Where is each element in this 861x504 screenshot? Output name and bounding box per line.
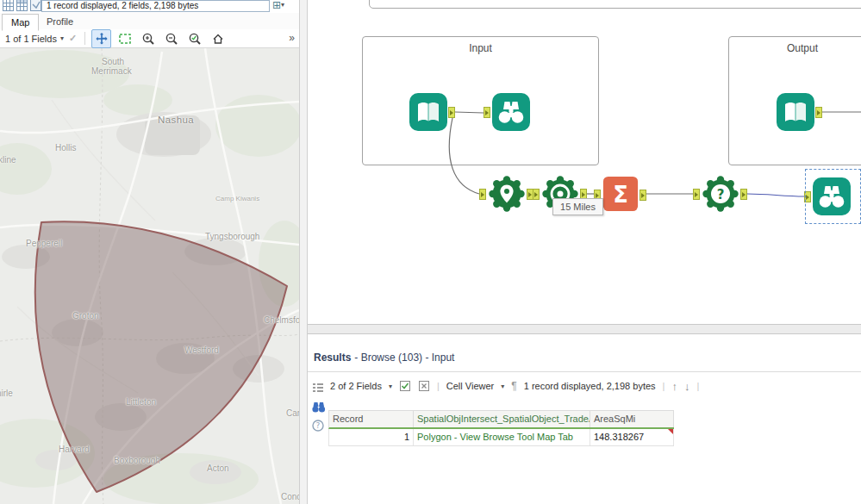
browse-anchor-icon[interactable] [311, 400, 326, 414]
zoom-selection-icon [188, 32, 202, 46]
offscreen-container-edge [369, 0, 861, 9]
help-circle-icon[interactable]: ? [311, 419, 325, 432]
toolbar-separator: | [696, 381, 699, 391]
table-save-icon[interactable] [30, 0, 42, 9]
browse-binoculars-icon [491, 92, 531, 132]
apply-check-icon[interactable]: ✓ [69, 33, 77, 44]
chevron-down-icon[interactable]: ▾ [60, 34, 64, 42]
results-fields-dropdown[interactable]: 2 of 2 Fields [330, 381, 382, 391]
svg-text:Σ: Σ [613, 182, 628, 208]
add-view-button[interactable]: ⊞▾ [272, 0, 284, 11]
horizontal-splitter[interactable] [308, 324, 861, 334]
table-grid-icon[interactable] [3, 0, 15, 9]
zoom-in-button[interactable] [138, 29, 158, 48]
tab-map[interactable]: Map [2, 14, 39, 31]
select-fields-button[interactable] [399, 380, 411, 392]
results-title-context: - Browse (103) - Input [354, 352, 454, 364]
tab-profile[interactable]: Profile [38, 14, 82, 29]
zoom-selection-button[interactable] [184, 29, 204, 48]
cell-viewer-dropdown[interactable]: Cell Viewer [446, 381, 494, 391]
tool-input-data[interactable] [409, 92, 448, 132]
container-label: Input [363, 42, 598, 54]
container-label: Output [729, 42, 861, 54]
results-panel: Results- Browse (103) - Input ? 2 of 2 F… [308, 334, 861, 504]
zoom-out-button[interactable] [161, 29, 181, 48]
browse-tab-bar: Map Profile [0, 13, 299, 30]
cell-area-value: 148.318267 [594, 432, 644, 442]
chevron-down-icon[interactable]: ▾ [501, 383, 504, 390]
table-copy-icon[interactable] [16, 0, 28, 9]
fields-dropdown[interactable]: 1 of 1 Fields [5, 34, 57, 44]
map-canvas [0, 48, 299, 504]
results-divider [308, 371, 861, 372]
summarize-sigma-icon: Σ [602, 175, 640, 213]
svg-text:?: ? [316, 421, 321, 430]
deselect-fields-button[interactable] [418, 380, 430, 392]
toolbar-separator: | [663, 381, 665, 391]
tool-output-data[interactable] [776, 92, 815, 132]
results-table: Record SpatialObjIntersect_SpatialObject… [328, 410, 674, 446]
dashed-rect-icon [118, 32, 132, 46]
pan-tool-button[interactable] [91, 29, 111, 48]
spatial-pin-icon [487, 174, 527, 214]
toolbar-overflow-button[interactable]: » [289, 32, 295, 44]
select-marquee-button[interactable] [115, 29, 134, 48]
alteryx-designer-window: 1 record displayed, 2 fields, 2,198 byte… [0, 0, 861, 504]
whitespace-toggle-icon[interactable]: ¶ [511, 380, 516, 392]
cell-record[interactable]: 1 [329, 429, 414, 445]
browse-mini-toolbar: 1 record displayed, 2 fields, 2,198 byte… [0, 0, 299, 13]
zoom-home-button[interactable] [208, 29, 228, 48]
output-anchor[interactable] [740, 189, 747, 200]
truncation-marker [668, 429, 673, 434]
cell-area[interactable]: 148.318267 [590, 429, 674, 445]
chevron-down-icon[interactable]: ▾ [389, 383, 392, 390]
pan-arrows-icon [95, 32, 109, 46]
scroll-up-button[interactable]: ↑ [671, 380, 677, 393]
tool-spatial-process[interactable]: ? [701, 174, 740, 214]
config-list-icon[interactable] [311, 381, 325, 395]
workflow-canvas[interactable]: Input Output [308, 0, 861, 324]
table-row: 1 Polygon - View Browse Tool Map Tab 148… [328, 429, 674, 446]
column-header-record[interactable]: Record [329, 411, 414, 427]
map-view[interactable]: South Merrimack Nashua Hollis kline Camp… [0, 48, 299, 504]
chevron-down-icon: ▾ [281, 1, 284, 9]
vertical-splitter[interactable] [299, 0, 308, 504]
map-toolbar: 1 of 1 Fields ▾ ✓ » [0, 29, 299, 48]
home-icon [211, 32, 225, 46]
results-toolbar: 2 of 2 Fields ▾ | Cell Viewer ▾ ¶ 1 reco… [330, 376, 699, 396]
results-title: Results- Browse (103) - Input [314, 352, 454, 364]
tool-annotation[interactable]: 15 Miles [552, 198, 603, 215]
output-anchor[interactable] [640, 190, 646, 201]
results-table-header: Record SpatialObjIntersect_SpatialObject… [328, 410, 674, 429]
tool-create-points[interactable] [487, 174, 527, 214]
zoom-out-icon [165, 32, 178, 46]
column-header-spatialobj[interactable]: SpatialObjIntersect_SpatialObject_TradeA… [414, 411, 590, 427]
tool-summarize[interactable]: Σ [602, 175, 640, 213]
check-square-icon [399, 380, 411, 392]
input-anchor[interactable] [533, 189, 540, 200]
input-anchor[interactable] [484, 107, 490, 118]
output-anchor[interactable] [448, 107, 455, 118]
input-anchor[interactable] [693, 189, 700, 200]
browse-map-panel: 1 record displayed, 2 fields, 2,198 byte… [0, 0, 299, 504]
svg-text:?: ? [717, 187, 725, 202]
input-anchor[interactable] [479, 189, 486, 200]
results-record-info: 1 record displayed, 2,198 bytes [524, 381, 656, 391]
column-header-areasqmi[interactable]: AreaSqMi [590, 411, 674, 427]
tool-browse-1[interactable] [491, 92, 531, 132]
spatial-question-icon: ? [701, 174, 740, 214]
add-icon: ⊞ [272, 0, 281, 11]
input-data-book-icon [776, 92, 815, 132]
results-side-rail: ? [308, 372, 328, 504]
toolbar-separator: | [437, 381, 440, 391]
results-title-bold: Results [314, 352, 351, 364]
output-anchor[interactable] [815, 107, 822, 118]
input-data-book-icon [409, 92, 448, 132]
cell-spatial-object[interactable]: Polygon - View Browse Tool Map Tab [414, 429, 590, 445]
tool-selection-outline [805, 169, 861, 224]
record-count-box: 1 record displayed, 2 fields, 2,198 byte… [41, 0, 270, 12]
toolbar-separator [84, 32, 85, 45]
zoom-in-icon [141, 32, 155, 46]
tool-container-input[interactable]: Input [362, 36, 599, 165]
scroll-down-button[interactable]: ↓ [684, 380, 690, 393]
